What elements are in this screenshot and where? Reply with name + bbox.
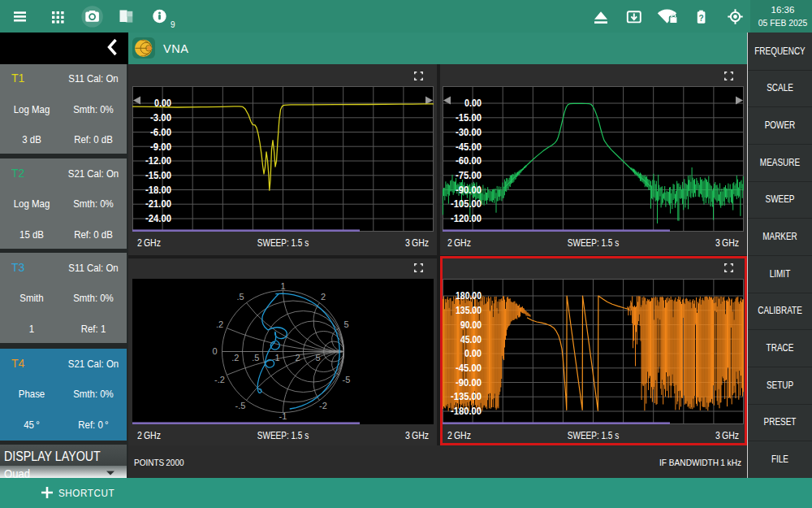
svg-text:-.5: -.5 <box>235 400 246 410</box>
svg-text:.5: .5 <box>252 352 259 362</box>
svg-text:-3.00: -3.00 <box>150 112 171 124</box>
svg-text:?: ? <box>699 14 704 23</box>
svg-text:-5: -5 <box>343 374 351 384</box>
svg-text:-60.00: -60.00 <box>456 155 482 167</box>
svg-text:45.00: 45.00 <box>460 333 482 345</box>
svg-text:-105.00: -105.00 <box>451 198 482 210</box>
svg-text:.5: .5 <box>236 291 244 301</box>
svg-text:2: 2 <box>295 352 300 362</box>
svg-text:1: 1 <box>274 352 279 362</box>
svg-text:-15.00: -15.00 <box>145 170 171 181</box>
svg-text:-6.00: -6.00 <box>150 126 171 137</box>
svg-text:0.00: 0.00 <box>464 348 482 359</box>
svg-text:180.00: 180.00 <box>456 290 482 302</box>
svg-text:0: 0 <box>212 346 217 356</box>
svg-text:-1: -1 <box>279 411 287 421</box>
svg-text:-15.00: -15.00 <box>456 112 482 124</box>
svg-text:0.00: 0.00 <box>464 98 482 109</box>
svg-text:9: 9 <box>171 20 175 29</box>
svg-text:-90.00: -90.00 <box>456 184 482 195</box>
svg-text:-120.00: -120.00 <box>451 213 482 224</box>
svg-text:0.00: 0.00 <box>154 98 171 109</box>
svg-text:-45.00: -45.00 <box>456 141 482 152</box>
svg-text:-180.00: -180.00 <box>451 406 482 417</box>
svg-text:-45.00: -45.00 <box>456 363 482 374</box>
svg-text:90.00: 90.00 <box>460 319 482 330</box>
svg-text:-9.00: -9.00 <box>150 141 171 152</box>
svg-text:5: 5 <box>315 352 320 362</box>
svg-text:-24.00: -24.00 <box>145 213 171 224</box>
svg-text:-30.00: -30.00 <box>456 126 482 137</box>
svg-text:-75.00: -75.00 <box>456 170 482 181</box>
svg-text:-2: -2 <box>319 400 327 410</box>
svg-text:-.2: -.2 <box>214 374 225 384</box>
svg-text:2: 2 <box>321 291 326 301</box>
svg-text:5: 5 <box>343 319 348 329</box>
svg-text:135.00: 135.00 <box>456 305 482 316</box>
svg-text:.2: .2 <box>231 352 239 362</box>
svg-text:-135.00: -135.00 <box>451 391 482 402</box>
svg-text:-21.00: -21.00 <box>145 198 171 210</box>
svg-text:-18.00: -18.00 <box>145 184 171 195</box>
svg-text:.2: .2 <box>216 319 223 329</box>
svg-text:-12.00: -12.00 <box>145 155 171 167</box>
svg-text:-90.00: -90.00 <box>456 376 482 388</box>
svg-text:1: 1 <box>280 280 285 290</box>
